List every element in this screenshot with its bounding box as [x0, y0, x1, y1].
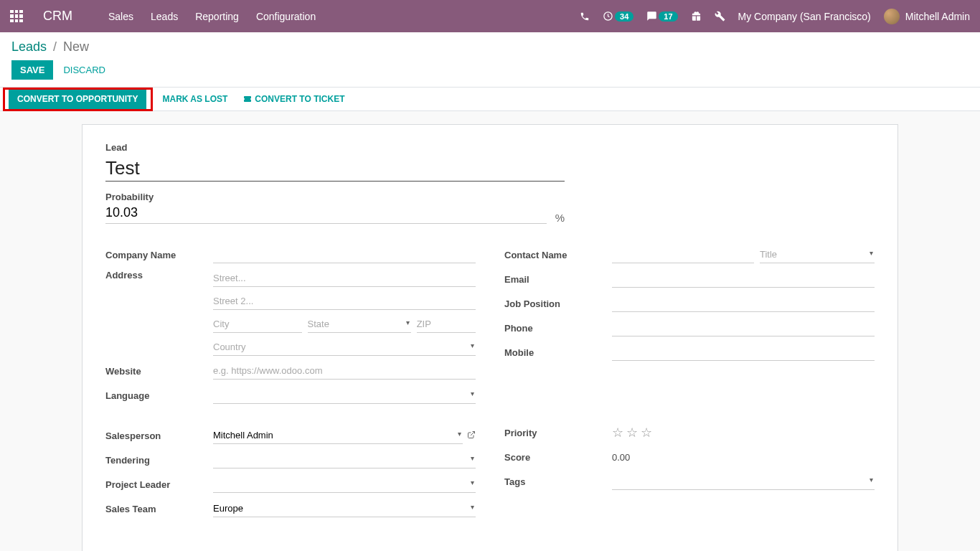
priority-label: Priority	[504, 428, 612, 438]
probability-label: Probability	[105, 192, 154, 202]
title-input[interactable]	[760, 246, 875, 263]
wrench-icon[interactable]	[715, 11, 725, 22]
svg-line-1	[471, 431, 475, 435]
tendering-input[interactable]	[213, 451, 476, 468]
control-area: Leads / New SAVE DISCARD	[0, 32, 980, 80]
apps-icon[interactable]	[10, 10, 23, 23]
phone-label: Phone	[504, 323, 612, 334]
company-name-input[interactable]	[213, 246, 476, 263]
project-leader-input[interactable]	[213, 476, 476, 493]
save-button[interactable]: SAVE	[11, 60, 53, 80]
contact-name-label: Contact Name	[504, 250, 612, 260]
nav-reporting[interactable]: Reporting	[195, 11, 239, 22]
zip-input[interactable]	[417, 316, 476, 333]
discard-button[interactable]: DISCARD	[63, 65, 105, 75]
state-input[interactable]	[308, 316, 411, 333]
address-label: Address	[105, 270, 213, 281]
activity-badge: 34	[615, 11, 633, 22]
tags-input[interactable]	[612, 473, 875, 490]
ticket-icon	[243, 95, 252, 103]
form-sheet: Lead Probability % Company Name Add	[82, 124, 898, 551]
breadcrumb-current: New	[63, 39, 89, 54]
breadcrumb: Leads / New	[11, 39, 969, 55]
action-buttons: SAVE DISCARD	[11, 60, 969, 80]
percent-sign: %	[555, 212, 565, 224]
language-label: Language	[105, 390, 213, 401]
priority-stars[interactable]: ☆☆☆	[612, 425, 875, 441]
user-avatar	[884, 9, 900, 24]
messages-icon[interactable]: 17	[646, 11, 677, 22]
sales-team-label: Sales Team	[105, 504, 213, 514]
lead-label: Lead	[105, 142, 875, 153]
salesperson-input[interactable]	[213, 427, 463, 444]
user-name: Mitchell Admin	[905, 11, 970, 22]
score-label: Score	[504, 452, 612, 463]
sales-team-input[interactable]	[213, 500, 476, 517]
form-left-column: Company Name Address	[105, 245, 476, 524]
messages-badge: 17	[659, 11, 677, 22]
activity-icon[interactable]: 34	[603, 11, 633, 22]
nav-menu: Sales Leads Reporting Configuration	[108, 11, 316, 22]
convert-ticket-button[interactable]: CONVERT TO TICKET	[243, 94, 344, 104]
phone-input[interactable]	[612, 319, 875, 336]
external-link-icon[interactable]	[467, 430, 476, 441]
nav-sales[interactable]: Sales	[108, 11, 133, 22]
lead-name-input[interactable]	[105, 156, 565, 182]
breadcrumb-sep: /	[53, 39, 57, 54]
mobile-input[interactable]	[612, 344, 875, 361]
street2-input[interactable]	[213, 293, 476, 310]
phone-icon[interactable]	[580, 11, 590, 22]
form-right-column: Contact Name Email Job Position	[504, 245, 875, 524]
website-label: Website	[105, 366, 213, 377]
score-value: 0.00	[612, 452, 875, 463]
nav-configuration[interactable]: Configuration	[256, 11, 316, 22]
email-input[interactable]	[612, 270, 875, 288]
country-input[interactable]	[213, 339, 476, 356]
mobile-label: Mobile	[504, 347, 612, 358]
gift-icon[interactable]	[691, 11, 702, 22]
probability-input[interactable]	[105, 202, 547, 224]
company-name-label: Company Name	[105, 250, 213, 260]
statusbar: CONVERT TO OPPORTUNITY MARK AS LOST CONV…	[0, 87, 980, 111]
mark-lost-button[interactable]: MARK AS LOST	[162, 94, 227, 104]
salesperson-label: Salesperson	[105, 430, 213, 441]
tendering-label: Tendering	[105, 455, 213, 466]
tags-label: Tags	[504, 476, 612, 487]
company-selector[interactable]: My Company (San Francisco)	[738, 11, 871, 22]
project-leader-label: Project Leader	[105, 479, 213, 490]
job-position-input[interactable]	[612, 295, 875, 312]
language-input[interactable]	[213, 387, 476, 404]
breadcrumb-root[interactable]: Leads	[11, 39, 47, 54]
nav-leads[interactable]: Leads	[151, 11, 178, 22]
topbar-right: 34 17 My Company (San Francisco) Mitchel…	[580, 9, 970, 24]
street-input[interactable]	[213, 270, 476, 287]
job-position-label: Job Position	[504, 298, 612, 309]
email-label: Email	[504, 274, 612, 285]
form-scroll[interactable]: Lead Probability % Company Name Add	[0, 111, 980, 551]
website-input[interactable]	[213, 362, 476, 380]
app-brand[interactable]: CRM	[43, 9, 72, 24]
city-input[interactable]	[213, 316, 302, 333]
topbar: CRM Sales Leads Reporting Configuration …	[0, 0, 980, 32]
contact-name-input[interactable]	[612, 246, 754, 263]
user-menu[interactable]: Mitchell Admin	[884, 9, 970, 24]
convert-opportunity-button[interactable]: CONVERT TO OPPORTUNITY	[9, 89, 146, 109]
convert-ticket-label: CONVERT TO TICKET	[255, 94, 344, 104]
